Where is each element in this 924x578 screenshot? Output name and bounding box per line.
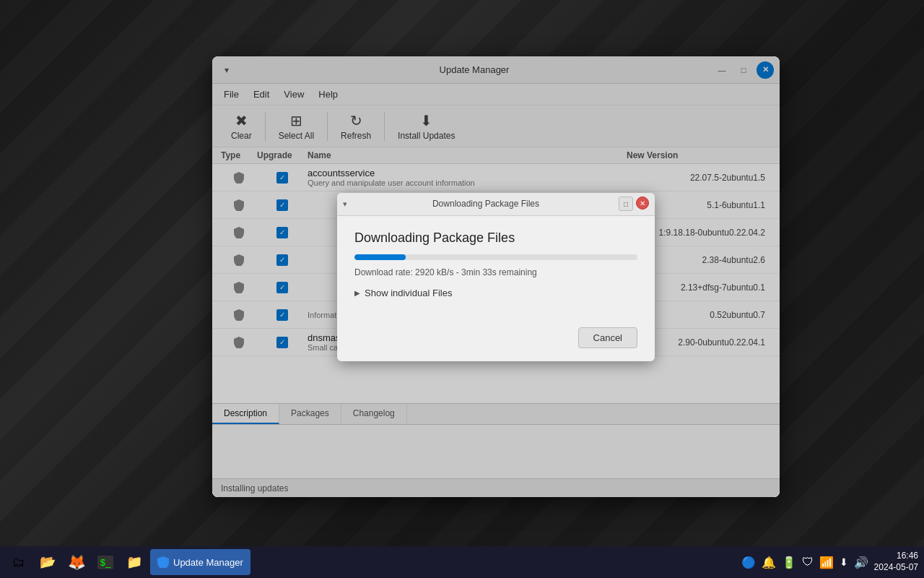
dialog-footer: Cancel (337, 319, 655, 361)
volume-icon[interactable]: 🔊 (854, 556, 868, 569)
cancel-button[interactable]: Cancel (578, 327, 637, 348)
dialog-body: Downloading Package Files Download rate:… (337, 216, 655, 319)
files-icon: 🗂 (12, 555, 25, 570)
download-rate: Download rate: 2920 kB/s - 3min 33s rema… (354, 267, 637, 277)
desktop: ▾ Update Manager — □ ✕ File Edit View He… (0, 0, 924, 578)
taskbar-icon-firefox[interactable]: 🦊 (64, 549, 90, 575)
dialog-heading: Downloading Package Files (354, 230, 637, 246)
taskbar: 🗂 📂 🦊 $_ 📁 Update Manager 🔵 🔔 🔋 🛡 📶 ⬇ (0, 546, 924, 578)
dialog-title: Downloading Package Files (353, 199, 619, 209)
firefox-icon: 🦊 (68, 553, 86, 571)
taskbar-right: 🔵 🔔 🔋 🛡 📶 ⬇ 🔊 16:46 2024-05-07 (741, 551, 918, 573)
download-icon[interactable]: ⬇ (840, 556, 848, 568)
clock-date: 2024-05-07 (874, 562, 918, 574)
shield-taskbar-icon (157, 556, 169, 568)
show-files-label: Show individual Files (365, 288, 452, 298)
progress-bar-fill (354, 254, 406, 260)
update-manager-taskbar-btn[interactable]: Update Manager (150, 549, 250, 575)
file-manager-icon: 📁 (126, 554, 142, 570)
clock-time: 16:46 (874, 551, 918, 562)
dialog-maximize-button[interactable]: □ (619, 197, 633, 211)
bluetooth-icon[interactable]: 🔵 (741, 556, 756, 569)
wifi-icon[interactable]: 📶 (819, 556, 834, 569)
dialog-overlay: ▾ Downloading Package Files □ ✕ Download… (212, 56, 780, 497)
taskbar-icon-files2[interactable]: 📁 (121, 549, 147, 575)
update-manager-window: ▾ Update Manager — □ ✕ File Edit View He… (212, 56, 780, 497)
taskbar-icon-terminal[interactable]: $_ (92, 549, 118, 575)
notification-icon[interactable]: 🔔 (762, 556, 776, 569)
taskbar-app-label: Update Manager (173, 557, 243, 568)
battery-icon[interactable]: 🔋 (782, 556, 796, 569)
terminal-icon: $_ (97, 556, 113, 569)
dialog-close-button[interactable]: ✕ (636, 197, 649, 210)
security-icon[interactable]: 🛡 (802, 556, 814, 569)
dialog-titlebar: ▾ Downloading Package Files □ ✕ (337, 193, 655, 216)
taskbar-icon-folder[interactable]: 📂 (35, 549, 61, 575)
download-dialog: ▾ Downloading Package Files □ ✕ Download… (337, 193, 655, 361)
dialog-menu-icon[interactable]: ▾ (343, 199, 347, 209)
expand-arrow-icon: ▶ (354, 289, 360, 297)
show-files-button[interactable]: ▶ Show individual Files (354, 288, 452, 298)
taskbar-icon-files[interactable]: 🗂 (6, 549, 32, 575)
progress-bar-container (354, 254, 637, 260)
folder-icon: 📂 (40, 554, 56, 570)
dialog-controls: □ ✕ (619, 197, 649, 211)
system-clock[interactable]: 16:46 2024-05-07 (874, 551, 918, 573)
